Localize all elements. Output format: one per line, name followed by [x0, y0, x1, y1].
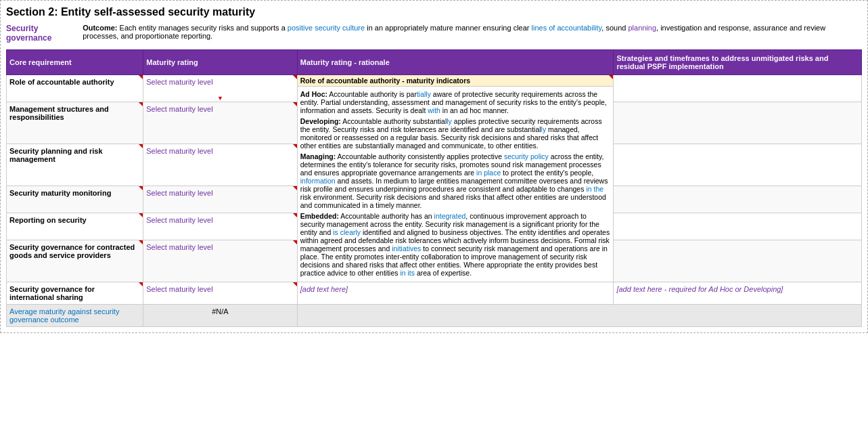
table-row: Security governance for international sh…	[7, 282, 862, 305]
average-row: Average maturity against security govern…	[7, 305, 862, 327]
rating-cell-planning[interactable]: Select maturity level	[143, 144, 298, 186]
page-container: Section 2: Entity self-assessed security…	[0, 0, 868, 333]
table-header-row: Core requirement Maturity rating Maturit…	[7, 50, 862, 75]
strategies-cell-accountable	[614, 75, 862, 102]
req-cell-mgmt: Management structures and responsibiliti…	[7, 102, 143, 144]
developing-text: Accountable authority substantially appl…	[300, 117, 602, 150]
strategies-cell-reporting	[614, 213, 862, 240]
rating-placeholder-international: Select maturity level	[146, 285, 212, 293]
avg-label-cell: Average maturity against security govern…	[7, 305, 143, 327]
strategies-cell-planning	[614, 144, 862, 186]
strategies-cell-international[interactable]: [add text here - required for Ad Hoc or …	[614, 282, 862, 305]
rating-cell-contracted[interactable]: Select maturity level	[143, 240, 298, 282]
req-cell-planning: Security planning and risk management	[7, 144, 143, 186]
table-row: Role of accountable authority Select mat…	[7, 75, 862, 102]
adhoc-text: Accountable authority is partially aware…	[300, 90, 607, 114]
developing-label: Developing:	[300, 117, 341, 125]
rating-placeholder-planning: Select maturity level	[146, 147, 212, 155]
governance-label: Security governance	[6, 24, 77, 43]
rating-placeholder-monitoring: Select maturity level	[146, 189, 212, 197]
embedded-label: Embedded:	[300, 212, 339, 220]
col-header-rating: Maturity rating	[143, 50, 298, 75]
strategies-cell-contracted	[614, 240, 862, 282]
rationale-cell-international[interactable]: [add text here]	[297, 282, 614, 305]
managing-text: Accountable authority consistently appli…	[300, 152, 608, 209]
avg-label: Average maturity against security govern…	[9, 307, 119, 324]
avg-empty-cell	[297, 305, 861, 327]
managing-label: Managing:	[300, 152, 336, 160]
req-cell-international: Security governance for international sh…	[7, 282, 143, 305]
rationale-cell-main: Role of accountable authority - maturity…	[297, 75, 614, 282]
rating-placeholder-contracted: Select maturity level	[146, 243, 212, 251]
outcome-text: Outcome: Each entity manages security ri…	[83, 24, 862, 40]
embedded-text: Accountable authority has an integrated,…	[300, 212, 610, 277]
section-title: Section 2: Entity self-assessed security…	[6, 6, 862, 18]
req-cell-accountable: Role of accountable authority	[7, 75, 143, 102]
req-cell-contracted: Security governance for contracted goods…	[7, 240, 143, 282]
rationale-content: Ad Hoc: Accountable authority is partial…	[298, 88, 614, 282]
col-header-strategies: Strategies and timeframes to address unm…	[614, 50, 862, 75]
rating-cell-reporting[interactable]: Select maturity level	[143, 213, 298, 240]
col-header-rationale: Maturity rating - rationale	[297, 50, 614, 75]
rating-placeholder: Select maturity level	[146, 78, 212, 86]
strategies-cell-monitoring	[614, 186, 862, 213]
req-cell-reporting: Reporting on security	[7, 213, 143, 240]
rating-cell-accountable[interactable]: Select maturity level ▼	[143, 75, 298, 102]
outcome-prefix: Outcome:	[83, 24, 117, 32]
req-cell-monitoring: Security maturity monitoring	[7, 186, 143, 213]
rating-cell-international[interactable]: Select maturity level	[143, 282, 298, 305]
rating-placeholder-mgmt: Select maturity level	[146, 105, 212, 113]
outcome-row: Security governance Outcome: Each entity…	[6, 24, 862, 45]
rationale-header: Role of accountable authority - maturity…	[298, 75, 614, 87]
col-header-requirement: Core requirement	[7, 50, 143, 75]
rating-placeholder-reporting: Select maturity level	[146, 216, 212, 224]
strategies-cell-mgmt	[614, 102, 862, 144]
maturity-table: Core requirement Maturity rating Maturit…	[6, 49, 862, 327]
avg-value-cell: #N/A	[143, 305, 298, 327]
adhoc-label: Ad Hoc:	[300, 90, 327, 98]
rating-cell-mgmt[interactable]: Select maturity level	[143, 102, 298, 144]
rating-cell-monitoring[interactable]: Select maturity level	[143, 186, 298, 213]
